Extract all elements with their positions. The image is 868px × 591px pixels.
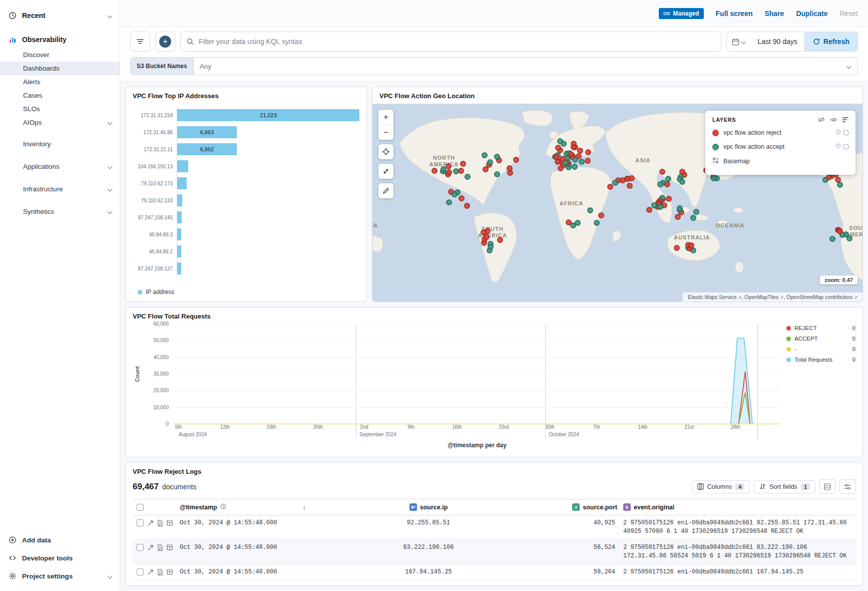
eye-off-icon[interactable]	[817, 117, 825, 123]
map-point-reject[interactable]	[464, 203, 470, 209]
sidebar-item-alerts[interactable]: Alerts	[0, 75, 120, 89]
attribution-link[interactable]: OpenStreetMap contributors	[786, 294, 852, 300]
reset-button[interactable]: Reset	[839, 10, 858, 18]
view-document-icon[interactable]	[157, 544, 163, 551]
table-density-button[interactable]	[819, 479, 835, 494]
map-point-reject[interactable]	[558, 165, 564, 171]
eye-icon[interactable]	[830, 117, 837, 123]
sidebar-item-cases[interactable]: Cases	[0, 89, 120, 102]
ip-legend[interactable]: IP address	[133, 285, 359, 297]
map-point-accept[interactable]	[657, 181, 663, 187]
display-settings-button[interactable]	[839, 479, 855, 494]
kql-search-input[interactable]	[199, 38, 715, 46]
map-point-accept[interactable]	[488, 244, 494, 250]
bar[interactable]	[177, 262, 181, 274]
sidebar-item-infrastructure[interactable]: Infrastructure	[0, 181, 120, 197]
map-point-accept[interactable]	[572, 164, 578, 170]
expand-row-icon[interactable]	[147, 569, 154, 575]
map-point-reject[interactable]	[560, 156, 566, 162]
map-point-accept[interactable]	[651, 202, 657, 208]
map-point-reject[interactable]	[483, 166, 489, 172]
map-canvas[interactable]: NORTH AMERICASOUTH AMERICAAFRICAASIAOCEA…	[372, 104, 862, 302]
map-point-reject[interactable]	[585, 158, 591, 164]
map-point-accept[interactable]	[594, 220, 600, 226]
map-point-accept[interactable]	[679, 179, 685, 185]
layer-checkbox[interactable]	[843, 130, 848, 135]
map-point-accept[interactable]	[677, 205, 683, 211]
legend-item-reject[interactable]: REJECT0	[786, 325, 855, 331]
row-grid-icon[interactable]	[167, 569, 173, 575]
map-point-accept[interactable]	[452, 191, 458, 197]
row-grid-icon[interactable]	[167, 520, 173, 526]
sidebar-item-dashboards[interactable]: Dashboards	[0, 62, 120, 75]
duplicate-button[interactable]: Duplicate	[796, 10, 827, 18]
full-screen-button[interactable]: Full screen	[716, 10, 753, 18]
map-point-reject[interactable]	[826, 174, 832, 180]
row-checkbox[interactable]	[137, 568, 144, 575]
time-range-value[interactable]: Last 90 days	[750, 38, 804, 46]
map-point-reject[interactable]	[571, 144, 577, 150]
map-point-reject[interactable]	[555, 145, 561, 151]
map-point-accept[interactable]	[579, 159, 585, 165]
map-point-accept[interactable]	[829, 236, 835, 242]
map-point-reject[interactable]	[460, 161, 466, 167]
map-point-reject[interactable]	[688, 242, 694, 248]
expand-map-button[interactable]	[378, 164, 393, 179]
map-point-accept[interactable]	[846, 235, 852, 241]
expand-row-icon[interactable]	[147, 520, 154, 526]
layer-order-icon[interactable]	[842, 117, 848, 122]
map-point-reject[interactable]	[431, 168, 438, 174]
sidebar-item-project-settings[interactable]: Project settings	[0, 567, 120, 585]
map-point-reject[interactable]	[666, 196, 672, 202]
share-button[interactable]: Share	[764, 10, 784, 18]
layer-row-vpc-flow-action-reject[interactable]: vpc flow action reject	[712, 126, 848, 140]
select-all-checkbox[interactable]	[137, 504, 144, 511]
layer-clock-icon[interactable]	[835, 143, 841, 150]
fit-to-data-button[interactable]	[378, 144, 393, 159]
expand-row-icon[interactable]	[147, 544, 154, 551]
map-point-accept[interactable]	[465, 174, 471, 180]
sort-fields-button[interactable]: Sort fields 1	[754, 480, 815, 493]
sidebar-item-synthetics[interactable]: Synthetics	[0, 204, 120, 219]
sidebar-item-aiops[interactable]: AIOps	[0, 116, 120, 129]
zoom-out-button[interactable]: −	[378, 125, 393, 140]
refresh-button[interactable]: Refresh	[804, 32, 857, 51]
column-header-event-original[interactable]: kevent.original	[620, 503, 855, 511]
map-point-accept[interactable]	[482, 152, 488, 158]
sidebar-item-discover[interactable]: Discover	[0, 48, 120, 62]
sidebar-item-applications[interactable]: Applications	[0, 159, 120, 174]
sidebar-item-add-data[interactable]: Add data	[0, 531, 120, 549]
layer-checkbox[interactable]	[843, 144, 848, 149]
row-checkbox[interactable]	[137, 519, 144, 526]
map-point-accept[interactable]	[665, 176, 671, 182]
map-point-accept[interactable]	[494, 154, 500, 160]
map-point-accept[interactable]	[487, 159, 493, 165]
bar[interactable]	[177, 245, 181, 257]
column-header-timestamp[interactable]: @timestamp↓	[177, 503, 322, 511]
row-grid-icon[interactable]	[167, 544, 173, 550]
bar[interactable]	[177, 211, 182, 223]
map-point-accept[interactable]	[446, 199, 452, 205]
filter-menu-button[interactable]	[130, 32, 150, 52]
map-point-accept[interactable]	[690, 215, 696, 221]
map-point-reject[interactable]	[577, 148, 583, 154]
map-point-reject[interactable]	[553, 154, 559, 160]
managed-badge[interactable]: Managed	[659, 8, 704, 19]
layer-row-vpc-flow-action-accept[interactable]: vpc flow action accept	[712, 140, 848, 154]
map-point-reject[interactable]	[664, 181, 670, 187]
map-point-reject[interactable]	[629, 175, 635, 181]
add-filter-button[interactable]: +	[155, 32, 175, 52]
map-point-reject[interactable]	[607, 184, 613, 190]
map-point-accept[interactable]	[557, 138, 563, 144]
map-point-reject[interactable]	[620, 177, 626, 183]
map-point-reject[interactable]	[513, 157, 519, 163]
map-point-reject[interactable]	[627, 183, 633, 189]
column-header-source-port[interactable]: #source.port	[535, 503, 620, 511]
map-point-reject[interactable]	[507, 165, 513, 171]
map-point-reject[interactable]	[679, 169, 685, 175]
map-point-reject[interactable]	[659, 169, 665, 175]
sidebar-item-inventory[interactable]: Inventory	[0, 136, 120, 152]
map-point-accept[interactable]	[572, 157, 578, 163]
legend-item-accept[interactable]: ACCEPT0	[786, 336, 855, 342]
layer-clock-icon[interactable]	[835, 129, 841, 136]
